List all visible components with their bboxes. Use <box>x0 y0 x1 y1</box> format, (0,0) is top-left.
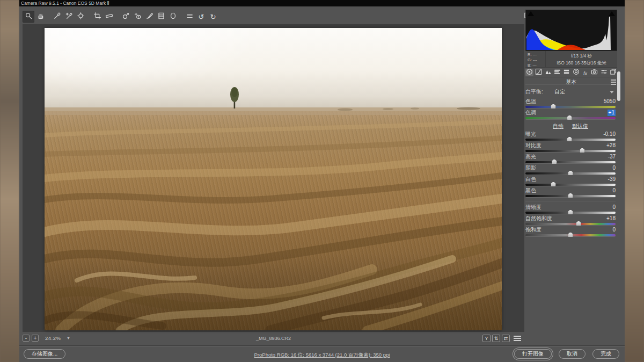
slider-row-highlights: 高光-37 <box>525 154 616 165</box>
exif-readout: R: --- G: --- B: --- f/13 1/4 秒 ISO 160 … <box>525 51 617 68</box>
clarity-label: 清晰度 <box>525 204 541 211</box>
before-after-swap-button[interactable]: ⇅ <box>492 335 500 342</box>
straighten-icon <box>105 12 113 21</box>
rotate-left-icon: ↺ <box>199 13 204 21</box>
exif-exposure-line: f/13 1/4 秒 <box>546 53 617 60</box>
white-balance-select[interactable]: 自定 <box>549 88 616 96</box>
rotate-right-icon: ↻ <box>210 13 216 21</box>
color-sampler-tool[interactable] <box>63 11 75 23</box>
exposure-label: 曝光 <box>525 131 536 137</box>
highlights-slider[interactable] <box>525 161 616 163</box>
zoom-tool[interactable] <box>23 11 34 23</box>
temperature-slider[interactable] <box>525 106 616 108</box>
zoom-out-button[interactable]: - <box>23 335 30 342</box>
preferences-button[interactable] <box>184 11 195 23</box>
contrast-value[interactable]: +28 <box>606 142 616 149</box>
slider-row-clarity: 清晰度0 <box>525 204 616 215</box>
app-window: Camera Raw 9.5.1 - Canon EOS 5D Mark Ⅱ ↺… <box>19 0 625 362</box>
tab-snapshots[interactable] <box>609 69 617 76</box>
tab-split-toning[interactable] <box>562 69 570 76</box>
preview-toggle-button[interactable]: Y <box>482 335 491 342</box>
tab-effects[interactable]: fx <box>581 69 589 76</box>
white-balance-label: 白平衡: <box>525 88 549 96</box>
scrollbar-thumb[interactable] <box>617 71 620 101</box>
tab-tone-curve[interactable] <box>535 69 543 76</box>
slider-row-temperature: 色温5050 <box>525 98 616 110</box>
straighten-tool[interactable] <box>103 11 115 23</box>
whites-slider[interactable] <box>525 184 616 186</box>
panel-tab-strip: fx <box>525 68 617 76</box>
temperature-value[interactable]: 5050 <box>604 98 616 105</box>
curve-icon <box>535 68 542 77</box>
preview-settings-menu-icon[interactable] <box>514 336 521 341</box>
graduated-filter-tool[interactable] <box>155 11 167 23</box>
adjustment-brush-tool[interactable] <box>143 11 155 23</box>
blacks-slider[interactable] <box>525 195 616 197</box>
tab-camera-calibration[interactable] <box>590 69 598 76</box>
copy-settings-button[interactable]: ⇄ <box>502 335 510 342</box>
rotate-right-button[interactable]: ↻ <box>207 11 219 23</box>
saturation-value[interactable]: 0 <box>612 227 616 233</box>
saturation-slider[interactable] <box>525 234 616 236</box>
rgb-g-value: G: --- <box>528 57 545 63</box>
split-toning-icon <box>563 68 570 77</box>
spot-removal-tool[interactable] <box>120 11 131 23</box>
panel-header: 基本 <box>525 77 617 85</box>
clarity-slider[interactable] <box>525 212 616 214</box>
shadows-slider[interactable] <box>525 172 616 175</box>
histogram <box>525 10 617 51</box>
vibrance-value[interactable]: +18 <box>606 215 616 222</box>
panel-title: 基本 <box>525 78 617 86</box>
slider-row-tint: 色调+1 <box>525 110 616 121</box>
whites-label: 白色 <box>525 176 536 183</box>
tab-presets[interactable] <box>600 69 608 76</box>
white-balance-tool[interactable] <box>51 11 63 23</box>
clarity-value[interactable]: 0 <box>612 204 616 211</box>
auto-link[interactable]: 自动 <box>553 122 564 130</box>
tab-detail[interactable] <box>544 69 552 76</box>
blacks-label: 黑色 <box>525 187 536 194</box>
menu-lines-icon <box>186 12 194 21</box>
shadows-label: 阴影 <box>525 165 536 171</box>
title-bar: Camera Raw 9.5.1 - Canon EOS 5D Mark Ⅱ <box>19 0 625 6</box>
workflow-options-link[interactable]: ProPhoto RGB: 16 位; 5616 x 3744 (21.0 百万… <box>254 352 390 358</box>
highlights-value[interactable]: -37 <box>608 154 616 160</box>
tab-hsl-grayscale[interactable] <box>553 69 561 76</box>
save-image-button[interactable]: 存储图像... <box>24 349 65 359</box>
crop-icon <box>93 12 101 21</box>
shadows-value[interactable]: 0 <box>612 165 616 171</box>
targeted-adjustment-tool[interactable] <box>75 11 86 23</box>
photo-preview[interactable] <box>45 28 502 330</box>
panel-menu-icon[interactable] <box>611 79 616 85</box>
preview-status-bar: - + 24.2% ▼ _MG_8936.CR2 Y ⇅ ⇄ <box>23 332 524 344</box>
blacks-value[interactable]: 0 <box>612 187 616 194</box>
done-button[interactable]: 完成 <box>592 349 619 359</box>
tab-basic[interactable] <box>525 69 533 76</box>
exposure-slider[interactable] <box>525 139 616 141</box>
zoom-level-value[interactable]: 24.2% <box>45 335 61 341</box>
target-icon <box>77 12 85 21</box>
open-image-button[interactable]: 打开图像 <box>514 349 552 359</box>
red-eye-tool[interactable] <box>131 11 143 23</box>
radial-filter-tool[interactable] <box>167 11 179 23</box>
default-link[interactable]: 默认值 <box>572 122 588 130</box>
contrast-slider[interactable] <box>525 150 616 152</box>
panel-scrollbar[interactable] <box>617 69 621 337</box>
whites-value[interactable]: -39 <box>608 176 616 183</box>
exposure-value[interactable]: -0.10 <box>603 131 616 137</box>
hand-tool[interactable] <box>34 11 46 23</box>
vibrance-slider[interactable] <box>525 223 616 225</box>
camera-raw-window: Camera Raw 9.5.1 - Canon EOS 5D Mark Ⅱ ↺… <box>0 0 644 362</box>
tint-label: 色调 <box>525 110 536 116</box>
rotate-left-button[interactable]: ↺ <box>195 11 207 23</box>
temperature-label: 色温 <box>525 98 536 105</box>
cancel-button[interactable]: 取消 <box>559 349 586 359</box>
tint-slider[interactable] <box>525 117 616 119</box>
background-edge-right <box>625 0 644 362</box>
zoom-in-button[interactable]: + <box>32 335 39 342</box>
zoom-level-chevron-icon[interactable]: ▼ <box>66 336 70 341</box>
adjustments-panel: R: --- G: --- B: --- f/13 1/4 秒 ISO 160 … <box>523 6 621 362</box>
tint-value[interactable]: +1 <box>608 110 616 116</box>
crop-tool[interactable] <box>91 11 103 23</box>
tab-lens-corrections[interactable] <box>572 69 580 76</box>
